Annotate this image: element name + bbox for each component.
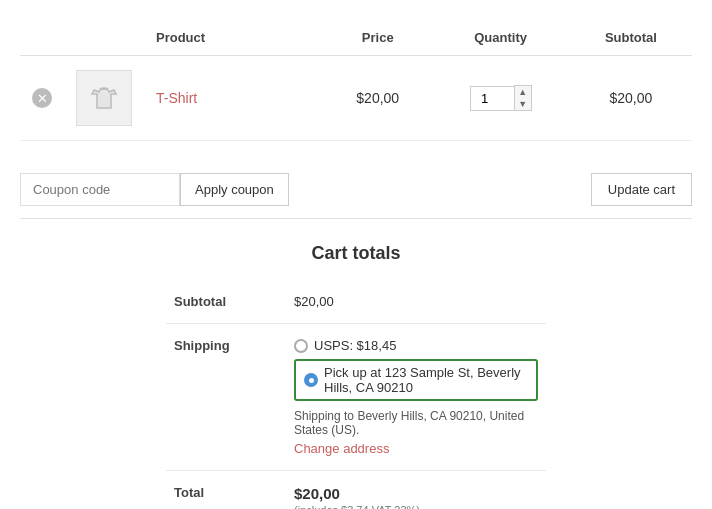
totals-total-row: Total $20,00 (includes $3,74 VAT 23%) bbox=[166, 471, 546, 510]
product-price: $20,00 bbox=[356, 90, 399, 106]
total-label: Total bbox=[166, 471, 286, 510]
cart-totals-title: Cart totals bbox=[166, 243, 546, 264]
totals-table: Subtotal $20,00 Shipping USPS: $18,45 bbox=[166, 280, 546, 509]
product-qty-cell: ▲ ▼ bbox=[431, 56, 569, 141]
totals-subtotal-row: Subtotal $20,00 bbox=[166, 280, 546, 324]
product-subtotal-cell: $20,00 bbox=[570, 56, 692, 141]
table-row: ✕ T-Shirt $20,00 bbox=[20, 56, 692, 141]
cart-table: Product Price Quantity Subtotal ✕ bbox=[20, 20, 692, 141]
col-header-remove bbox=[20, 20, 64, 56]
col-header-quantity: Quantity bbox=[431, 20, 569, 56]
subtotal-value: $20,00 bbox=[286, 280, 546, 324]
shipping-label: Shipping bbox=[166, 324, 286, 471]
totals-shipping-row: Shipping USPS: $18,45 Pick up at 123 Sam… bbox=[166, 324, 546, 471]
col-header-subtotal: Subtotal bbox=[570, 20, 692, 56]
product-link[interactable]: T-Shirt bbox=[156, 90, 197, 106]
change-address-link[interactable]: Change address bbox=[294, 441, 389, 456]
vat-note: (includes $3,74 VAT 23%) bbox=[294, 504, 538, 509]
shipping-option-usps[interactable]: USPS: $18,45 bbox=[294, 338, 538, 353]
total-value-cell: $20,00 (includes $3,74 VAT 23%) bbox=[286, 471, 546, 510]
product-subtotal: $20,00 bbox=[609, 90, 652, 106]
col-header-product: Product bbox=[144, 20, 324, 56]
qty-up-button[interactable]: ▲ bbox=[515, 86, 531, 98]
cart-totals-section: Cart totals Subtotal $20,00 Shipping USP… bbox=[166, 243, 546, 509]
coupon-input[interactable] bbox=[20, 173, 180, 206]
apply-coupon-button[interactable]: Apply coupon bbox=[180, 173, 289, 206]
shipping-pickup-label: Pick up at 123 Sample St, Beverly Hills,… bbox=[324, 365, 528, 395]
product-thumbnail bbox=[76, 70, 132, 126]
radio-dot-inner bbox=[309, 378, 314, 383]
subtotal-label: Subtotal bbox=[166, 280, 286, 324]
shipping-address-note: Shipping to Beverly Hills, CA 90210, Uni… bbox=[294, 409, 538, 437]
update-cart-button[interactable]: Update cart bbox=[591, 173, 692, 206]
total-amount: $20,00 bbox=[294, 485, 538, 502]
product-name-cell: T-Shirt bbox=[144, 56, 324, 141]
shipping-usps-label: USPS: $18,45 bbox=[314, 338, 396, 353]
quantity-input[interactable] bbox=[470, 86, 514, 111]
shipping-option-pickup[interactable]: Pick up at 123 Sample St, Beverly Hills,… bbox=[294, 359, 538, 401]
product-price-cell: $20,00 bbox=[324, 56, 431, 141]
product-image-cell bbox=[64, 56, 144, 141]
radio-pickup[interactable] bbox=[304, 373, 318, 387]
coupon-left: Apply coupon bbox=[20, 173, 289, 206]
quantity-wrapper: ▲ ▼ bbox=[443, 85, 557, 111]
shipping-options-cell: USPS: $18,45 Pick up at 123 Sample St, B… bbox=[286, 324, 546, 471]
qty-down-button[interactable]: ▼ bbox=[515, 98, 531, 110]
radio-usps[interactable] bbox=[294, 339, 308, 353]
col-header-image bbox=[64, 20, 144, 56]
coupon-row: Apply coupon Update cart bbox=[20, 161, 692, 219]
page-container: Product Price Quantity Subtotal ✕ bbox=[0, 0, 712, 509]
remove-cell: ✕ bbox=[20, 56, 64, 141]
col-header-price: Price bbox=[324, 20, 431, 56]
remove-item-button[interactable]: ✕ bbox=[32, 88, 52, 108]
qty-spinners: ▲ ▼ bbox=[514, 85, 532, 111]
